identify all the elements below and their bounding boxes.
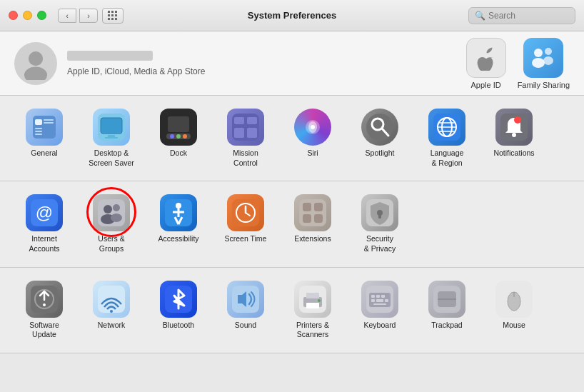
- svg-text:@: @: [36, 203, 53, 222]
- svg-rect-65: [314, 214, 323, 223]
- pref-siri[interactable]: Siri: [280, 104, 346, 172]
- svg-point-3: [532, 58, 545, 68]
- sound-label: Sound: [235, 321, 256, 331]
- family-icon-svg: [530, 44, 557, 71]
- svg-rect-10: [35, 134, 42, 135]
- language-label: Language& Region: [431, 149, 464, 168]
- mission-label: MissionControl: [233, 149, 258, 168]
- pref-printers-scanners[interactable]: Printers &Scanners: [280, 276, 346, 344]
- close-button[interactable]: [9, 11, 18, 20]
- svg-point-42: [512, 133, 516, 137]
- svg-rect-19: [168, 116, 189, 132]
- pref-extensions[interactable]: Extensions: [280, 190, 346, 258]
- svg-rect-88: [385, 299, 388, 302]
- svg-point-80: [318, 299, 321, 302]
- minimize-button[interactable]: [23, 11, 32, 20]
- svg-rect-28: [247, 128, 257, 138]
- apple-id-label: Apple ID: [471, 81, 501, 89]
- svg-rect-12: [44, 122, 54, 124]
- pref-notifications[interactable]: Notifications: [481, 104, 547, 172]
- svg-rect-25: [234, 117, 244, 124]
- pref-dock[interactable]: Dock: [146, 104, 211, 172]
- svg-rect-7: [35, 119, 42, 125]
- back-button[interactable]: ‹: [58, 9, 76, 23]
- bluetooth-icon: [160, 281, 197, 318]
- svg-rect-17: [105, 137, 118, 139]
- svg-point-32: [366, 114, 393, 141]
- extensions-icon: [294, 194, 331, 231]
- network-icon: [93, 281, 130, 318]
- svg-rect-11: [44, 119, 54, 121]
- pref-software-update[interactable]: SoftwareUpdate: [11, 276, 77, 344]
- pref-screen-time[interactable]: Screen Time: [213, 190, 278, 258]
- pref-security-privacy[interactable]: Security& Privacy: [347, 190, 413, 258]
- family-sharing-label: Family Sharing: [518, 81, 570, 89]
- search-input[interactable]: [488, 11, 569, 21]
- profile-name: [67, 51, 153, 61]
- svg-rect-86: [371, 299, 375, 302]
- preferences-row-1: General Desktop &Screen Saver Dock Missi…: [0, 96, 584, 181]
- pref-network[interactable]: Network: [79, 276, 144, 344]
- profile-subtitle: Apple ID, iCloud, Media & App Store: [67, 66, 205, 76]
- svg-rect-27: [234, 128, 244, 138]
- svg-point-23: [183, 134, 187, 139]
- maximize-button[interactable]: [37, 11, 46, 20]
- pref-keyboard[interactable]: Keyboard: [347, 276, 413, 344]
- security-icon: [361, 194, 398, 231]
- svg-rect-14: [101, 118, 122, 134]
- pref-spotlight[interactable]: Spotlight: [347, 104, 413, 172]
- apple-id-button[interactable]: Apple ID: [466, 38, 506, 89]
- svg-point-4: [545, 48, 552, 55]
- pref-trackpad[interactable]: Trackpad: [414, 276, 480, 344]
- internet-accounts-label: InternetAccounts: [29, 234, 59, 253]
- grid-view-button[interactable]: [102, 8, 124, 24]
- nav-buttons: ‹ ›: [58, 9, 98, 23]
- pref-internet-accounts[interactable]: @ InternetAccounts: [11, 190, 77, 258]
- svg-point-5: [543, 56, 553, 65]
- users-groups-icon: [93, 194, 130, 231]
- svg-rect-8: [35, 128, 42, 129]
- accessibility-label: Accessibility: [158, 234, 198, 244]
- row2-grid: @ InternetAccounts Users &Groups Accessi…: [11, 190, 573, 258]
- pref-sound[interactable]: Sound: [213, 276, 278, 344]
- svg-rect-63: [303, 214, 311, 223]
- pref-language[interactable]: Language& Region: [414, 104, 480, 172]
- sound-icon: [227, 281, 264, 318]
- svg-point-50: [111, 213, 122, 222]
- forward-button[interactable]: ›: [79, 9, 98, 23]
- dock-icon: [160, 109, 197, 146]
- desktop-icon: [93, 109, 130, 146]
- search-box[interactable]: 🔍: [468, 7, 575, 24]
- svg-rect-78: [306, 303, 319, 308]
- keyboard-label: Keyboard: [364, 321, 396, 331]
- pref-general[interactable]: General: [11, 104, 77, 172]
- printers-scanners-label: Printers &Scanners: [296, 321, 329, 340]
- trackpad-icon: [428, 281, 465, 318]
- pref-users-groups[interactable]: Users &Groups: [79, 190, 144, 258]
- svg-rect-9: [35, 131, 42, 132]
- svg-rect-6: [33, 116, 56, 139]
- search-icon: 🔍: [475, 11, 485, 21]
- spotlight-label: Spotlight: [366, 149, 395, 159]
- profile-actions: Apple ID Family Sharing: [466, 38, 570, 89]
- svg-point-1: [24, 66, 47, 79]
- avatar[interactable]: [14, 42, 57, 85]
- family-sharing-button[interactable]: Family Sharing: [518, 38, 570, 89]
- svg-point-71: [43, 303, 46, 306]
- pref-desktop[interactable]: Desktop &Screen Saver: [79, 104, 144, 172]
- profile-info: Apple ID, iCloud, Media & App Store: [67, 51, 205, 76]
- pref-mission[interactable]: MissionControl: [213, 104, 278, 172]
- preferences-row-3: SoftwareUpdate Network Bluetooth Sound: [0, 268, 584, 353]
- pref-mouse[interactable]: Mouse: [481, 276, 547, 344]
- preferences-row-2: @ InternetAccounts Users &Groups Accessi…: [0, 181, 584, 267]
- svg-point-2: [534, 49, 543, 57]
- notifications-icon: [495, 109, 533, 146]
- pref-bluetooth[interactable]: Bluetooth: [146, 276, 211, 344]
- software-update-label: SoftwareUpdate: [29, 321, 59, 340]
- apple-logo-icon: [473, 45, 499, 71]
- svg-rect-85: [381, 295, 385, 298]
- pref-accessibility[interactable]: Accessibility: [146, 190, 211, 258]
- svg-rect-62: [303, 203, 311, 211]
- mouse-icon: [495, 281, 533, 318]
- accessibility-icon: [160, 194, 197, 231]
